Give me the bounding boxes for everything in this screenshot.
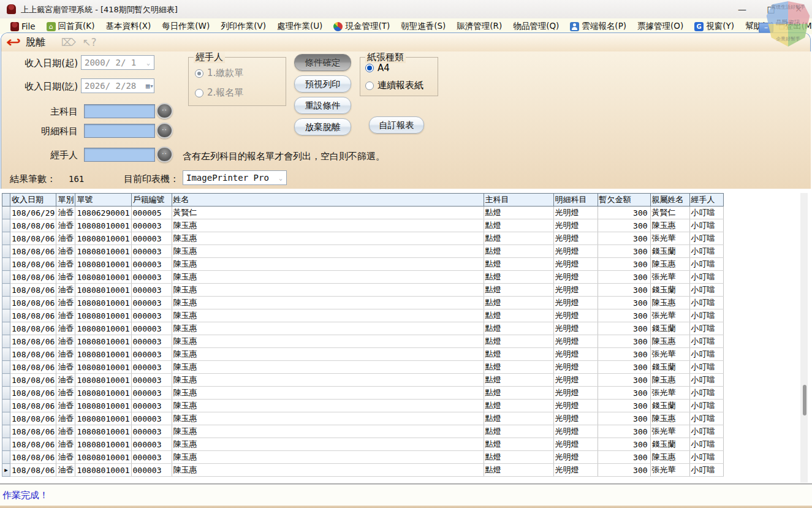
grid-cell[interactable]: 油香 (56, 361, 75, 374)
exit-button[interactable]: 脫離 (26, 36, 45, 49)
reset-criteria-button[interactable]: 重設條件 (294, 97, 351, 114)
row-selector-cell[interactable] (2, 412, 10, 425)
grid-row[interactable]: 108/08/06油香10808010001000003陳玉惠點燈光明燈300陳… (2, 412, 724, 425)
grid-cell[interactable]: 光明燈 (553, 309, 598, 322)
grid-cell[interactable]: 點燈 (484, 271, 553, 284)
grid-cell[interactable]: 陳玉惠 (172, 451, 484, 464)
grid-cell[interactable]: 陳玉惠 (172, 258, 484, 271)
grid-cell[interactable]: 油香 (56, 297, 75, 309)
row-selector-cell[interactable] (2, 348, 10, 361)
scrollbar-thumb[interactable] (803, 385, 806, 415)
grid-cell[interactable]: 小叮噹 (689, 425, 723, 438)
row-selector-cell[interactable] (2, 219, 10, 232)
grid-cell[interactable]: 108/08/06 (10, 464, 56, 477)
grid-cell[interactable]: 陳玉惠 (172, 322, 484, 335)
grid-cell[interactable]: 光明燈 (553, 425, 598, 438)
grid-cell[interactable]: 點燈 (484, 425, 553, 438)
grid-cell[interactable]: 108/08/06 (10, 335, 56, 348)
grid-cell[interactable]: 小叮噹 (689, 232, 723, 245)
grid-cell[interactable]: 油香 (56, 400, 75, 412)
grid-cell[interactable]: 油香 (56, 464, 75, 477)
grid-cell[interactable]: 張光華 (650, 348, 689, 361)
grid-row[interactable]: 108/08/06油香10808010001000003陳玉惠點燈光明燈300陳… (2, 335, 724, 348)
grid-cell[interactable]: 陳玉惠 (172, 284, 484, 297)
grid-cell[interactable]: 光明燈 (553, 271, 598, 284)
grid-cell[interactable]: 108/06/29 (10, 207, 56, 219)
radio-continuous-paper[interactable]: 連續報表紙 (365, 80, 423, 91)
grid-cell[interactable]: 000003 (131, 258, 172, 271)
grid-cell[interactable]: 10808010001 (75, 400, 131, 412)
grid-cell[interactable]: 300 (598, 361, 650, 374)
grid-cell[interactable]: 油香 (56, 438, 75, 451)
grid-cell[interactable]: 108/08/06 (10, 425, 56, 438)
menu-item[interactable]: 物品管理(Q) (507, 20, 564, 33)
grid-cell[interactable]: 000003 (131, 374, 172, 387)
grid-cell[interactable]: 10808010001 (75, 451, 131, 464)
confirm-criteria-button[interactable]: 條件確定 (294, 54, 351, 71)
grid-cell[interactable]: 小叮噹 (689, 374, 723, 387)
row-selector-cell[interactable]: ▶ (2, 464, 10, 477)
grid-cell[interactable]: 300 (598, 271, 650, 284)
radio-a4[interactable]: A4 (365, 63, 390, 74)
grid-cell[interactable]: 錢玉蘭 (650, 400, 689, 412)
grid-cell[interactable]: 陳玉惠 (172, 335, 484, 348)
grid-cell[interactable]: 10808010001 (75, 232, 131, 245)
grid-row[interactable]: 108/08/06油香10808010001000003陳玉惠點燈光明燈300張… (2, 387, 724, 400)
radio-unselected-icon[interactable] (195, 89, 203, 97)
grid-cell[interactable]: 黃賢仁 (172, 207, 484, 219)
grid-cell[interactable]: 108/08/06 (10, 219, 56, 232)
menu-item[interactable]: 票據管理(O) (632, 20, 689, 33)
grid-cell[interactable]: 小叮噹 (689, 451, 723, 464)
grid-cell[interactable]: 000003 (131, 412, 172, 425)
grid-cell[interactable]: 10808010001 (75, 438, 131, 451)
grid-row[interactable]: 108/08/06油香10808010001000003陳玉惠點燈光明燈300錢… (2, 284, 724, 297)
grid-cell[interactable]: 300 (598, 207, 650, 219)
date-to-picker[interactable]: 2026/ 2/28 ▦▾ (81, 78, 154, 93)
grid-cell[interactable]: 108/08/06 (10, 309, 56, 322)
grid-cell[interactable]: 000003 (131, 335, 172, 348)
grid-cell[interactable]: 點燈 (484, 451, 553, 464)
grid-row[interactable]: 108/08/06油香10808010001000003陳玉惠點燈光明燈300張… (2, 425, 724, 438)
grid-cell[interactable]: 點燈 (484, 400, 553, 412)
grid-cell[interactable]: 300 (598, 438, 650, 451)
grid-cell[interactable]: 張光華 (650, 232, 689, 245)
grid-cell[interactable]: 陳玉惠 (650, 335, 689, 348)
grid-cell[interactable]: 油香 (56, 322, 75, 335)
row-selector-cell[interactable] (2, 374, 10, 387)
grid-cell[interactable]: 光明燈 (553, 374, 598, 387)
grid-cell[interactable]: 光明燈 (553, 245, 598, 258)
grid-cell[interactable]: 張光華 (650, 271, 689, 284)
grid-cell[interactable]: 小叮噹 (689, 335, 723, 348)
menu-item[interactable]: ⌂回首頁(K) (41, 20, 101, 33)
grid-cell[interactable]: 陳玉惠 (172, 374, 484, 387)
grid-cell[interactable]: 小叮噹 (689, 412, 723, 425)
grid-cell[interactable]: 光明燈 (553, 464, 598, 477)
grid-row[interactable]: 108/08/06油香10808010001000003陳玉惠點燈光明燈300張… (2, 309, 724, 322)
grid-cell[interactable]: 000003 (131, 425, 172, 438)
grid-cell[interactable]: 錢玉蘭 (650, 361, 689, 374)
grid-cell[interactable]: 10808010001 (75, 425, 131, 438)
grid-cell[interactable]: 小叮噹 (689, 258, 723, 271)
grid-cell[interactable]: 陳玉惠 (650, 297, 689, 309)
grid-cell[interactable]: 10808010001 (75, 348, 131, 361)
grid-cell[interactable]: 錢玉蘭 (650, 322, 689, 335)
grid-cell[interactable]: 小叮噹 (689, 245, 723, 258)
menu-item[interactable]: 雲端報名(P) (564, 20, 632, 33)
grid-cell[interactable]: 000003 (131, 232, 172, 245)
grid-cell[interactable]: 000003 (131, 361, 172, 374)
grid-cell[interactable]: 10808010001 (75, 258, 131, 271)
radio-selected-icon[interactable] (365, 64, 374, 72)
menu-item[interactable]: 朝聖進香(S) (395, 20, 451, 33)
grid-cell[interactable]: 油香 (56, 245, 75, 258)
grid-cell[interactable]: 300 (598, 451, 650, 464)
grid-cell[interactable]: 000003 (131, 387, 172, 400)
grid-cell[interactable]: 光明燈 (553, 335, 598, 348)
grid-row[interactable]: 108/08/06油香10808010001000003陳玉惠點燈光明燈300錢… (2, 245, 724, 258)
grid-cell[interactable]: 10808010001 (75, 309, 131, 322)
grid-cell[interactable]: 小叮噹 (689, 464, 723, 477)
grid-cell[interactable]: 陳玉惠 (172, 297, 484, 309)
grid-cell[interactable]: 油香 (56, 271, 75, 284)
grid-cell[interactable]: 點燈 (484, 284, 553, 297)
grid-cell[interactable]: 陳玉惠 (172, 271, 484, 284)
grid-cell[interactable]: 陳玉惠 (172, 438, 484, 451)
